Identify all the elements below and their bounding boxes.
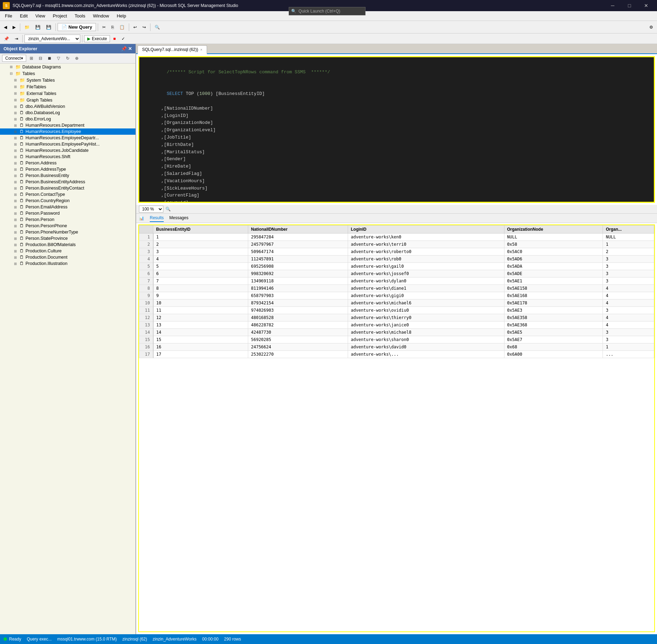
table-row[interactable]: 11 11 974026903 adventure-works\ovidiu0 …: [139, 307, 654, 314]
tree-item-prod-bom[interactable]: ⊞ 🗒 Production.BillOfMaterials: [0, 242, 135, 248]
tab-close-button[interactable]: ×: [200, 48, 202, 52]
copy-button[interactable]: ⎘: [109, 22, 116, 32]
tree-item-graph-tables[interactable]: ⊞ 📁 Graph Tables: [0, 97, 135, 103]
tree-item-prod-document[interactable]: ⊞ 🗒 Production.Document: [0, 254, 135, 260]
settings-button[interactable]: ⚙: [647, 22, 656, 32]
undo-button[interactable]: ↩: [131, 22, 139, 32]
table-row[interactable]: 2 2 245797967 adventure-works\terri0 0x5…: [139, 241, 654, 248]
data-grid[interactable]: BusinessEntityID NationalIDNumber LoginI…: [138, 224, 655, 632]
parse-button[interactable]: ✓: [119, 34, 127, 44]
tree-item-person-emailaddress[interactable]: ⊞ 🗒 Person.EmailAddress: [0, 204, 135, 210]
table-row[interactable]: 4 4 112457891 adventure-works\rob0 0x5AD…: [139, 256, 654, 263]
cut-button[interactable]: ✂: [100, 22, 108, 32]
stop-button[interactable]: ■: [111, 34, 118, 44]
results-tab-messages[interactable]: Messages: [169, 214, 189, 222]
forward-button[interactable]: ▶: [10, 22, 18, 32]
tree-item-person-person[interactable]: ⊞ 🗒 Person.Person: [0, 216, 135, 223]
tree-item-dbo-awbuild[interactable]: ⊞ 🗒 dbo.AWBuildVersion: [0, 103, 135, 110]
search-button[interactable]: 🔍: [152, 22, 162, 32]
table-row[interactable]: 7 7 134969118 adventure-works\dylan0 0x5…: [139, 277, 654, 285]
table-row[interactable]: 13 13 486228782 adventure-works\janice0 …: [139, 321, 654, 329]
paste-button[interactable]: 📋: [117, 22, 127, 32]
tree-item-person-password[interactable]: ⊞ 🗒 Person.Password: [0, 210, 135, 216]
tree-item-external-tables[interactable]: ⊞ 📁 External Tables: [0, 90, 135, 97]
tree-item-dbo-errorlog[interactable]: ⊞ 🗒 dbo.ErrorLog: [0, 116, 135, 122]
tree-item-db-diagrams[interactable]: ⊞ 📁 Database Diagrams: [0, 64, 135, 70]
table-row[interactable]: 3 3 509647174 adventure-works\roberto0 0…: [139, 248, 654, 256]
refresh-button[interactable]: ↻: [64, 54, 72, 62]
table-icon: 🗒: [20, 223, 24, 228]
execute-button[interactable]: ▶ Execute: [84, 35, 110, 42]
tree-item-person-businessentity[interactable]: ⊞ 🗒 Person.BusinessEntity: [0, 172, 135, 179]
menu-tools[interactable]: Tools: [71, 12, 89, 20]
table-row[interactable]: 10 10 879342154 adventure-works\michael6…: [139, 299, 654, 307]
table-icon: 🗒: [20, 179, 24, 184]
results-tab-results[interactable]: Results: [150, 214, 164, 222]
table-row[interactable]: 1 1 295847284 adventure-works\ken0 NULL …: [139, 234, 654, 241]
tree-item-person-addresstype[interactable]: ⊞ 🗒 Person.AddressType: [0, 166, 135, 172]
table-row[interactable]: 17 17 253022270 adventure-works\... 0x6A…: [139, 351, 654, 358]
connect-button[interactable]: Connect▾: [2, 55, 26, 62]
more-button[interactable]: ⊕: [73, 54, 81, 62]
table-row[interactable]: 6 6 998320692 adventure-works\jossef0 0x…: [139, 270, 654, 277]
tree-item-person-beaddress[interactable]: ⊞ 🗒 Person.BusinessEntityAddress: [0, 179, 135, 185]
table-row[interactable]: 16 16 24756624 adventure-works\david0 0x…: [139, 343, 654, 351]
table-row[interactable]: 5 5 695256908 adventure-works\gail0 0x5A…: [139, 263, 654, 270]
quick-launch-box[interactable]: 🔍 Quick Launch (Ctrl+Q): [289, 7, 366, 15]
menu-file[interactable]: File: [1, 12, 16, 20]
menu-window[interactable]: Window: [89, 12, 112, 20]
expand-all-button[interactable]: ⊞: [28, 54, 35, 62]
tree-item-person-phonenumbertype[interactable]: ⊞ 🗒 Person.PhoneNumberType: [0, 229, 135, 235]
table-row[interactable]: 14 14 42487730 adventure-works\michael8 …: [139, 329, 654, 336]
tree-item-person-stateprovince[interactable]: ⊞ 🗒 Person.StateProvince: [0, 235, 135, 242]
menu-project[interactable]: Project: [49, 12, 70, 20]
tree-item-person-becontact[interactable]: ⊞ 🗒 Person.BusinessEntityContact: [0, 185, 135, 191]
tree-item-system-tables[interactable]: ⊞ 📁 System Tables: [0, 77, 135, 83]
table-row[interactable]: 8 8 811994146 adventure-works\diane1 0x5…: [139, 285, 654, 292]
tree-item-hr-emppay[interactable]: ⊞ 🗒 HumanResources.EmployeePayHist...: [0, 141, 135, 147]
menu-edit[interactable]: Edit: [16, 12, 31, 20]
tree-item-person-countryregion[interactable]: ⊞ 🗒 Person.CountryRegion: [0, 198, 135, 204]
cell-nationalidnumber: 974026903: [248, 307, 348, 314]
close-oe-icon[interactable]: ✕: [128, 46, 132, 51]
close-button[interactable]: ✕: [638, 0, 654, 11]
expand-icon: ⊞: [14, 142, 18, 146]
tree-item-file-tables[interactable]: ⊞ 📁 FileTables: [0, 83, 135, 90]
tree-item-hr-empdept[interactable]: ⊞ 🗒 HumanResources.EmployeeDepartr...: [0, 135, 135, 141]
minimize-button[interactable]: ─: [605, 0, 621, 11]
tree-item-person-contacttype[interactable]: ⊞ 🗒 Person.ContactType: [0, 191, 135, 198]
pin-button[interactable]: 📌: [1, 34, 12, 44]
tree-item-hr-jobcandidate[interactable]: ⊞ 🗒 HumanResources.JobCandidate: [0, 147, 135, 154]
open-button[interactable]: 📁: [22, 22, 32, 32]
table-row[interactable]: 15 15 56920285 adventure-works\sharon0 0…: [139, 336, 654, 343]
tree-item-prod-culture[interactable]: ⊞ 🗒 Production.Culture: [0, 248, 135, 254]
pin-oe-icon[interactable]: 📌: [121, 46, 127, 51]
filter-button[interactable]: ▽: [55, 54, 62, 62]
tree-item-prod-illustration[interactable]: ⊞ 🗒 Production.Illustration: [0, 260, 135, 267]
query-tab[interactable]: SQLQuery7.sql...inzinsql (62)) ×: [138, 45, 207, 54]
tree-item-hr-shift[interactable]: ⊞ 🗒 HumanResources.Shift: [0, 154, 135, 160]
tree-item-person-personphone[interactable]: ⊞ 🗒 Person.PersonPhone: [0, 223, 135, 229]
indent-button[interactable]: ⇥: [12, 34, 21, 44]
maximize-button[interactable]: □: [621, 0, 637, 11]
zoom-selector[interactable]: 100 %: [139, 206, 163, 213]
tree-item-hr-employee[interactable]: ⊞ 🗒 HumanResources.Employee: [0, 128, 135, 135]
save-button[interactable]: 💾: [33, 22, 43, 32]
collapse-all-button[interactable]: ⊟: [37, 54, 44, 62]
tree-item-tables[interactable]: ⊟ 📁 Tables: [0, 70, 135, 77]
table-row[interactable]: 12 12 480168528 adventure-works\thierry0…: [139, 314, 654, 321]
menu-help[interactable]: Help: [113, 12, 130, 20]
tree-item-person-address[interactable]: ⊞ 🗒 Person.Address: [0, 160, 135, 166]
disconnect-button[interactable]: ⏹: [46, 54, 53, 62]
tree-item-hr-dept[interactable]: ⊞ 🗒 HumanResources.Department: [0, 122, 135, 128]
save-all-button[interactable]: 💾: [44, 22, 54, 32]
redo-button[interactable]: ↪: [140, 22, 148, 32]
menu-view[interactable]: View: [32, 12, 49, 20]
database-selector[interactable]: zinzin_AdventureWo...: [24, 35, 80, 43]
table-row[interactable]: 9 9 658797903 adventure-works\gigi0 0x5A…: [139, 292, 654, 299]
tree-item-dbo-dblog[interactable]: ⊞ 🗒 dbo.DatabaseLog: [0, 110, 135, 116]
new-query-button[interactable]: 📄 New Query: [58, 23, 96, 31]
expand-icon: ⊞: [14, 149, 18, 153]
sql-editor[interactable]: /****** Script for SelectTopNRows comman…: [138, 56, 655, 203]
back-button[interactable]: ◀: [1, 22, 9, 32]
